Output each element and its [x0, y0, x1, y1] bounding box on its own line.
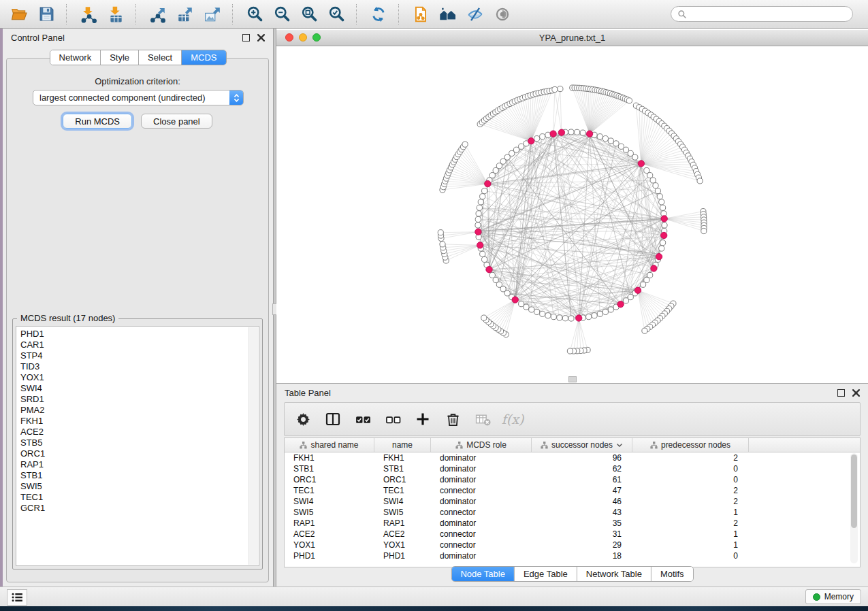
new-network-document-icon[interactable] — [408, 3, 433, 26]
column-header-MCDS-role[interactable]: MCDS role — [431, 438, 532, 452]
table-row[interactable]: RAP1RAP1dominator352 — [285, 518, 860, 529]
zoom-in-icon[interactable] — [242, 3, 267, 26]
search-input[interactable] — [691, 9, 846, 20]
zoom-selected-icon[interactable] — [324, 3, 349, 26]
tab-style[interactable]: Style — [101, 50, 139, 65]
table-row[interactable]: PHD1PHD1dominator180 — [285, 550, 860, 561]
table-row[interactable]: YOX1YOX1connector291 — [285, 540, 860, 550]
export-image-icon[interactable] — [200, 3, 225, 26]
import-table-icon[interactable] — [103, 3, 128, 26]
mcds-list-item[interactable]: CAR1 — [20, 340, 259, 350]
network-window-title: YPA_prune.txt_1 — [276, 33, 868, 43]
tab-select[interactable]: Select — [139, 50, 182, 65]
network-table-divider-grip[interactable] — [568, 376, 577, 382]
deselect-all-icon[interactable] — [383, 409, 403, 429]
select-all-icon[interactable] — [353, 409, 373, 429]
node-table[interactable]: shared namenameMCDS rolesuccessor nodesp… — [284, 437, 861, 567]
mcds-list-item[interactable]: SWI5 — [20, 481, 259, 492]
table-header-row: shared namenameMCDS rolesuccessor nodesp… — [285, 438, 860, 452]
zoom-out-icon[interactable] — [270, 3, 294, 26]
mcds-list-item[interactable]: ACE2 — [20, 427, 259, 437]
add-column-icon[interactable] — [413, 409, 433, 429]
table-cell: FKH1 — [374, 453, 431, 463]
hide-selected-icon[interactable] — [463, 3, 487, 26]
refresh-layout-icon[interactable] — [366, 3, 391, 26]
control-panel-tabs: NetworkStyleSelectMCDS — [49, 50, 226, 65]
mcds-list-item[interactable]: STP4 — [20, 350, 259, 361]
tab-network[interactable]: Network — [50, 50, 101, 65]
memory-button[interactable]: Memory — [805, 589, 861, 604]
gear-icon[interactable] — [293, 409, 313, 429]
close-panel-icon[interactable] — [257, 34, 265, 42]
run-mcds-button[interactable]: Run MCDS — [63, 114, 132, 129]
column-header-name[interactable]: name — [374, 438, 431, 452]
mcds-list-item[interactable]: RAP1 — [20, 459, 259, 470]
show-all-icon[interactable] — [490, 3, 515, 26]
network-canvas[interactable] — [276, 46, 868, 382]
close-panel-button[interactable]: Close panel — [141, 114, 212, 129]
open-folder-icon[interactable] — [7, 3, 31, 26]
mcds-list-item[interactable]: FKH1 — [20, 416, 259, 427]
table-row[interactable]: STB1STB1dominator620 — [285, 463, 860, 474]
mcds-list-item[interactable]: SRD1 — [20, 394, 259, 405]
export-table-icon[interactable] — [173, 3, 197, 26]
import-network-icon[interactable] — [76, 3, 101, 26]
table-cell: 96 — [532, 453, 632, 463]
mcds-list-item[interactable]: STB5 — [20, 437, 259, 448]
column-header-successor-nodes[interactable]: successor nodes — [532, 438, 632, 452]
table-row[interactable]: ACE2ACE2connector311 — [285, 529, 860, 540]
memory-label: Memory — [824, 592, 854, 601]
mcds-list-item[interactable]: ORC1 — [20, 448, 259, 459]
table-cell: 18 — [532, 551, 632, 561]
mcds-list-item[interactable]: YOX1 — [20, 372, 259, 383]
mcds-list-item[interactable]: STB1 — [20, 470, 259, 481]
search-box[interactable] — [671, 6, 853, 22]
tab-motifs[interactable]: Motifs — [652, 567, 693, 581]
columns-icon[interactable] — [323, 409, 343, 429]
mcds-tab-content: Optimization criterion: largest connecte… — [6, 58, 269, 582]
table-cell: connector — [431, 540, 532, 550]
delete-table-icon[interactable] — [472, 409, 493, 429]
table-row[interactable]: TEC1TEC1connector472 — [285, 485, 860, 496]
table-row[interactable]: ORC1ORC1dominator610 — [285, 474, 860, 485]
network-graph[interactable] — [276, 46, 868, 383]
mcds-list-scrollbar[interactable] — [248, 327, 258, 565]
tab-mcds[interactable]: MCDS — [182, 50, 225, 65]
tab-edge-table[interactable]: Edge Table — [515, 567, 577, 581]
mcds-list-item[interactable]: PMA2 — [20, 405, 259, 416]
table-cell: 35 — [532, 518, 632, 528]
table-row[interactable]: FKH1FKH1dominator962 — [285, 452, 860, 463]
table-row[interactable]: SWI4SWI4dominator462 — [285, 496, 860, 507]
optimization-criterion-select[interactable]: largest connected component (undirected) — [33, 90, 244, 105]
save-icon[interactable] — [34, 3, 59, 26]
table-cell: 1 — [632, 529, 749, 539]
mcds-list-item[interactable]: TID3 — [20, 361, 259, 372]
mcds-list-item[interactable]: PHD1 — [20, 329, 259, 340]
column-header-shared-name[interactable]: shared name — [285, 438, 374, 452]
table-panel-tabs: Node TableEdge TableNetwork TableMotifs — [451, 566, 693, 582]
column-header-predecessor-nodes[interactable]: predecessor nodes — [632, 438, 749, 452]
mcds-list-item[interactable]: GCR1 — [20, 503, 259, 514]
close-table-panel-icon[interactable] — [852, 389, 860, 397]
table-row[interactable]: SWI5SWI5connector431 — [285, 507, 860, 518]
table-cell: YOX1 — [374, 540, 431, 550]
delete-column-icon[interactable] — [443, 409, 463, 429]
table-cell: RAP1 — [285, 518, 374, 528]
table-cell: 0 — [632, 464, 749, 474]
mcds-list-item[interactable]: TEC1 — [20, 492, 259, 503]
memory-status-dot — [813, 593, 820, 601]
network-window-titlebar[interactable]: YPA_prune.txt_1 — [276, 30, 868, 46]
tab-network-table[interactable]: Network Table — [577, 567, 652, 581]
tab-node-table[interactable]: Node Table — [451, 567, 515, 581]
toolbar-separator — [135, 4, 138, 24]
zoom-fit-icon[interactable] — [297, 3, 321, 26]
task-history-button[interactable] — [7, 589, 27, 606]
table-scrollbar[interactable] — [850, 453, 858, 563]
first-neighbors-icon[interactable] — [436, 3, 460, 26]
float-table-panel-icon[interactable] — [837, 389, 845, 397]
mcds-list-item[interactable]: SWI4 — [20, 383, 259, 394]
table-scrollbar-thumb[interactable] — [851, 455, 857, 528]
float-panel-icon[interactable] — [242, 34, 250, 42]
export-network-icon[interactable] — [146, 3, 170, 26]
table-cell: TEC1 — [374, 486, 431, 495]
